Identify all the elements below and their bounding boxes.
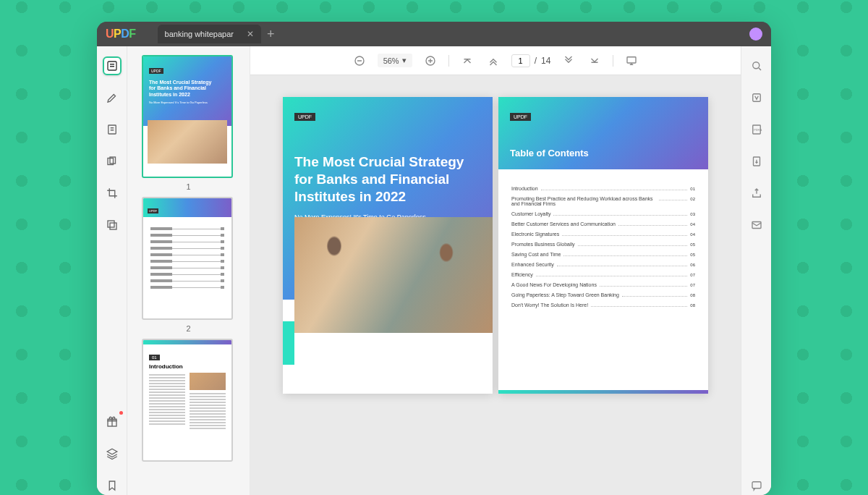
cover-photo xyxy=(294,217,493,333)
thumbnail-panel[interactable]: UPDF The Most Crucial Strategyfor Banks … xyxy=(127,46,250,495)
thumbnail-1[interactable]: UPDF The Most Crucial Strategyfor Banks … xyxy=(142,55,235,191)
annotate-tool[interactable] xyxy=(103,88,122,107)
thumb-brand: UPDF xyxy=(149,68,163,74)
toc-row: Promoting Best Practice and Reducing Wor… xyxy=(511,196,695,206)
svg-point-10 xyxy=(752,62,759,69)
toc-row: Don't Worry! The Solution Is Here!08 xyxy=(511,302,695,308)
page-brand: UPDF xyxy=(294,113,315,121)
export-icon[interactable] xyxy=(747,152,766,171)
toc-row: Better Customer Services and Communicati… xyxy=(511,221,695,227)
thumb-number: 1 xyxy=(142,182,235,191)
svg-rect-16 xyxy=(752,482,761,488)
view-toolbar: 56%▾ / 14 xyxy=(250,46,741,75)
search-icon[interactable] xyxy=(747,56,766,75)
prev-page-button[interactable] xyxy=(485,53,501,69)
app-window: UPDF banking whitepapar ✕ + UPDF xyxy=(97,22,771,495)
email-icon[interactable] xyxy=(747,216,766,234)
toc-row: Customer Loyalty03 xyxy=(511,211,695,216)
new-tab-button[interactable]: + xyxy=(267,28,275,41)
redact-tool[interactable] xyxy=(103,216,122,234)
comment-icon[interactable] xyxy=(747,476,766,495)
right-toolbar: PDF/A xyxy=(741,46,771,495)
organize-tool[interactable] xyxy=(103,152,122,171)
zoom-selector[interactable]: 56%▾ xyxy=(378,54,412,67)
page-input[interactable] xyxy=(511,54,530,67)
toc-row: Introduction01 xyxy=(511,186,695,191)
svg-rect-1 xyxy=(108,125,116,134)
next-page-button[interactable] xyxy=(561,53,576,69)
last-page-button[interactable] xyxy=(587,53,603,69)
page-2: UPDF Table of Contents Introduction01Pro… xyxy=(498,97,708,394)
main-area: 56%▾ / 14 UPDF The Mo xyxy=(250,46,741,495)
page-indicator: / 14 xyxy=(511,54,551,67)
svg-rect-4 xyxy=(108,221,114,227)
toc-row: Promotes Business Globally05 xyxy=(511,242,695,247)
pdfa-icon[interactable]: PDF/A xyxy=(747,120,766,139)
ocr-icon[interactable] xyxy=(747,88,766,107)
share-icon[interactable] xyxy=(747,184,766,203)
page-brand: UPDF xyxy=(510,113,531,121)
toc-row: Going Paperless: A Step Toward Green Ban… xyxy=(511,292,695,297)
toc-row: A Good News For Developing Nations07 xyxy=(511,282,695,287)
page-title: The Most Crucial Strategyfor Banks and F… xyxy=(294,153,481,205)
toc-row: Efficiency07 xyxy=(511,272,695,277)
left-toolbar xyxy=(97,46,127,495)
zoom-in-button[interactable] xyxy=(422,53,438,69)
thumb-number: 2 xyxy=(142,324,235,333)
toc-list: Introduction01Promoting Best Practice an… xyxy=(498,169,708,324)
document-tab[interactable]: banking whitepapar ✕ xyxy=(158,25,261,43)
reader-tool[interactable] xyxy=(103,56,122,75)
thumbnail-2[interactable]: UPDF Table of Contents 2 xyxy=(142,197,235,333)
tab-title: banking whitepapar xyxy=(165,30,234,38)
svg-text:PDF/A: PDF/A xyxy=(754,129,762,132)
layers-icon[interactable] xyxy=(103,444,122,463)
toc-row: Saving Cost and Time05 xyxy=(511,252,695,257)
total-pages: 14 xyxy=(541,56,550,66)
gift-icon[interactable] xyxy=(103,412,122,431)
zoom-out-button[interactable] xyxy=(352,53,367,69)
app-logo: UPDF xyxy=(106,28,136,41)
page-1: UPDF The Most Crucial Strategyfor Banks … xyxy=(283,97,493,394)
toc-heading: Table of Contents xyxy=(510,148,697,158)
workspace: UPDF The Most Crucial Strategyfor Banks … xyxy=(97,46,771,495)
edit-tool[interactable] xyxy=(103,120,122,139)
svg-rect-5 xyxy=(110,223,116,229)
svg-rect-9 xyxy=(627,56,636,62)
chevron-down-icon: ▾ xyxy=(402,56,407,65)
thumbnail-3[interactable]: 01 Introduction xyxy=(142,339,235,462)
svg-rect-0 xyxy=(108,62,116,70)
bookmark-icon[interactable] xyxy=(103,476,122,495)
titlebar: UPDF banking whitepapar ✕ + xyxy=(97,22,771,46)
toc-row: Enhanced Security06 xyxy=(511,262,695,267)
user-avatar[interactable] xyxy=(749,28,762,41)
thumb-photo xyxy=(148,120,227,164)
presentation-button[interactable] xyxy=(624,53,639,69)
close-tab-icon[interactable]: ✕ xyxy=(247,29,254,39)
toc-row: Electronic Signatures04 xyxy=(511,232,695,237)
first-page-button[interactable] xyxy=(459,53,475,69)
crop-tool[interactable] xyxy=(103,184,122,203)
document-canvas[interactable]: UPDF The Most Crucial Strategyfor Banks … xyxy=(250,75,741,495)
